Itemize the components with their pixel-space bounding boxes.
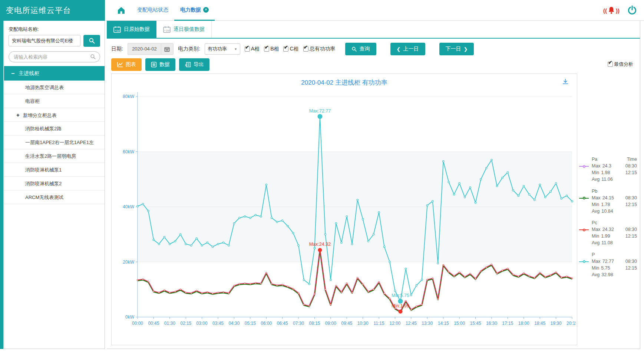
tree-item[interactable]: 地源热泵空调总表 xyxy=(4,81,105,94)
header-icons: (( )) xyxy=(603,0,637,21)
svg-text:+1d: +1d xyxy=(115,29,120,32)
tree-item[interactable]: 电容柜 xyxy=(4,94,105,108)
checkbox-phase-b[interactable]: ✔ B相 xyxy=(264,46,279,52)
svg-text:10:30: 10:30 xyxy=(357,321,368,326)
tree-item[interactable]: 生活水泵2路一层弱电房 xyxy=(4,149,105,163)
tree-item-label: 新增分立柜总表 xyxy=(23,112,57,118)
svg-text:15:45: 15:45 xyxy=(470,321,481,326)
tree-item[interactable]: 消防喷淋机械泵2 xyxy=(4,177,105,190)
previous-day-label: 上一日 xyxy=(403,46,419,52)
svg-text:x: x xyxy=(185,63,187,67)
close-tab-icon[interactable]: ✕ xyxy=(203,7,209,13)
next-day-button[interactable]: 下一日 ❯ xyxy=(439,43,474,55)
checkbox-total-power[interactable]: ✔ 总有功功率 xyxy=(303,46,336,52)
power-type-label: 电力类别: xyxy=(178,46,200,52)
filter-row: 日期: 2020-04-02 电力类别: 有功功率 ▼ ✔ xyxy=(107,39,640,56)
svg-text:Min:5.75: Min:5.75 xyxy=(392,293,409,298)
query-button[interactable]: 查询 xyxy=(345,43,376,55)
legend-entry-pb: Pb Max24.1508:30 Min1.7812:15 Avg10.84 xyxy=(579,188,637,215)
station-name-input[interactable] xyxy=(9,35,80,46)
tree-search-input[interactable] xyxy=(9,51,100,62)
legend-min-value: 5.75 xyxy=(601,265,610,271)
checkbox-box: ✔ xyxy=(264,46,269,52)
svg-text:12:00: 12:00 xyxy=(389,321,400,326)
calendar-day-icon: +1d xyxy=(113,26,121,33)
nav-link-power-data[interactable]: 电力数据 ✕ xyxy=(174,0,215,21)
legend-min-time: 12:15 xyxy=(625,233,637,239)
tree-root-main-cabinet[interactable]: − 主进线柜 xyxy=(4,66,105,81)
svg-text:19:30: 19:30 xyxy=(550,321,561,326)
legend-min-value: 1.99 xyxy=(601,233,610,239)
tree-item[interactable]: ARCM无线表测试 xyxy=(4,190,105,204)
legend-marker-pb xyxy=(579,196,589,200)
extreme-analysis-label: 最值分析 xyxy=(614,61,633,68)
date-label: 日期: xyxy=(111,46,123,52)
legend-min-label: Min xyxy=(592,265,599,271)
expand-icon[interactable]: + xyxy=(16,112,20,118)
alarm-bell-icon xyxy=(607,6,616,15)
calendar-month-icon: +1M xyxy=(163,26,171,33)
tree-item-expandable[interactable]: +新增分立柜总表 xyxy=(4,108,105,122)
tab-daily-extreme-data[interactable]: +1M 逐日极值数据 xyxy=(156,21,212,38)
date-value[interactable]: 2020-04-02 xyxy=(128,43,161,55)
checkbox-label: A相 xyxy=(251,46,260,52)
legend-max-time: 08:30 xyxy=(625,226,637,233)
svg-text:00:45: 00:45 xyxy=(148,321,159,326)
legend-entry-pc: Pc Max24.3208:30 Min1.9912:15 Avg11.08 xyxy=(579,219,637,247)
main-panel: +1d 日原始数据 +1M 逐日极值数据 日期: 2020-04-02 xyxy=(107,21,640,349)
legend-avg-value: 11.06 xyxy=(601,176,612,183)
svg-text:13:30: 13:30 xyxy=(422,321,433,326)
sidebar: 变配电站名称: − 主进线柜 地源热泵空调总表 电容柜 xyxy=(4,21,105,349)
download-button[interactable] xyxy=(562,78,569,86)
chart-container: 2020-04-02 主进线柜 有功功率 0kW20kW40kW60kW80kW… xyxy=(111,74,577,345)
svg-text:02:15: 02:15 xyxy=(180,321,191,326)
legend-avg-label: Avg xyxy=(592,208,600,215)
previous-day-button[interactable]: ❮ 上一日 xyxy=(390,43,425,55)
extreme-analysis-checkbox[interactable]: ✔ 最值分析 xyxy=(608,61,633,68)
svg-text:11:15: 11:15 xyxy=(373,321,384,326)
chevron-right-icon: ❯ xyxy=(464,46,468,52)
svg-text:0kW: 0kW xyxy=(125,314,135,320)
svg-text:17:15: 17:15 xyxy=(502,321,513,326)
svg-text:04:30: 04:30 xyxy=(228,321,240,326)
export-button[interactable]: x 导出 xyxy=(179,58,209,71)
legend-min-label: Min xyxy=(592,169,599,176)
alarm-button[interactable]: (( )) xyxy=(603,6,620,15)
check-icon: ✔ xyxy=(284,44,288,50)
checkbox-phase-a[interactable]: ✔ A相 xyxy=(245,46,260,52)
svg-text:18:45: 18:45 xyxy=(534,321,545,326)
legend-text: PaTime Max24.308:30 Min1.9812:15 Avg11.0… xyxy=(592,156,637,183)
station-search-row xyxy=(9,35,100,47)
checkbox-phase-c[interactable]: ✔ C相 xyxy=(283,46,298,52)
legend-series-name: Pa xyxy=(592,156,597,163)
chart-view-label: 图表 xyxy=(126,61,136,68)
legend-min-time: 12:15 xyxy=(625,265,637,271)
chart-view-button[interactable]: 图表 xyxy=(111,58,142,71)
select-value: 有功功率 xyxy=(208,46,227,52)
legend-max-value: 24.15 xyxy=(602,195,614,201)
query-label: 查询 xyxy=(360,46,370,52)
calendar-button[interactable] xyxy=(161,43,174,55)
tree-item[interactable]: 一层南1APE2右一层北1APE1左 xyxy=(4,136,105,149)
tree-item[interactable]: 消防喷淋机械泵1 xyxy=(4,163,105,177)
legend-avg-value: 32.98 xyxy=(601,271,613,278)
svg-text:00:00: 00:00 xyxy=(132,321,143,326)
legend-min-value: 1.98 xyxy=(601,169,610,176)
legend-avg-label: Avg xyxy=(592,239,600,246)
station-search-button[interactable] xyxy=(83,35,100,47)
data-view-button[interactable]: 数据 xyxy=(145,58,175,71)
station-name-label: 变配电站名称: xyxy=(9,26,100,33)
legend-max-label: Max xyxy=(592,163,601,169)
nav-link-station-status[interactable]: 变配电站状态 xyxy=(131,0,174,21)
power-type-select[interactable]: 有功功率 ▼ xyxy=(205,43,240,55)
app-window: 变电所运维云平台 变配电站状态 电力数据 ✕ (( )) xyxy=(0,0,644,359)
tab-daily-raw-data[interactable]: +1d 日原始数据 xyxy=(107,21,156,38)
date-picker[interactable]: 2020-04-02 xyxy=(128,43,174,55)
next-day-label: 下一日 xyxy=(446,46,461,52)
logout-button[interactable] xyxy=(627,5,637,16)
left-accent-strip xyxy=(0,0,3,349)
tree-item[interactable]: 消防栓机械泵2路 xyxy=(4,122,105,136)
legend-max-time: 08:30 xyxy=(625,195,637,201)
home-button[interactable] xyxy=(111,0,131,21)
home-icon xyxy=(116,6,126,15)
